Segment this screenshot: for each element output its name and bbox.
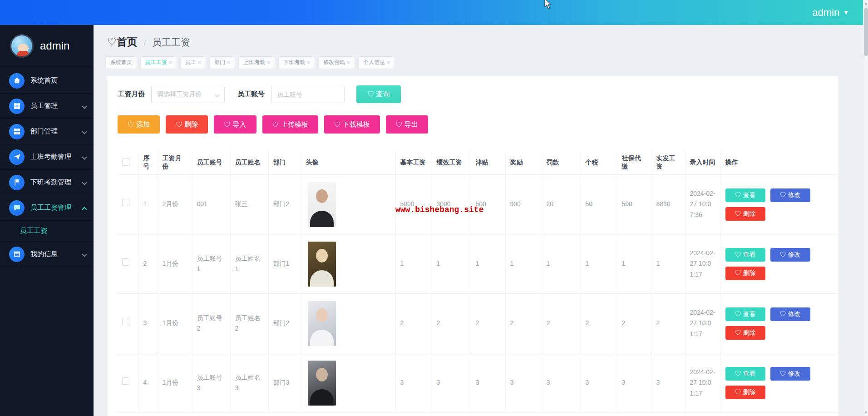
chevron-down-icon (82, 252, 87, 257)
breadcrumb: ♡首页 / 员工工资 (94, 25, 863, 49)
tab[interactable]: 修改密码 × (318, 56, 355, 69)
close-icon[interactable]: × (227, 59, 230, 66)
edit-button[interactable]: ♡ 修改 (770, 188, 810, 202)
close-icon[interactable]: × (387, 59, 390, 66)
row-checkbox[interactable] (122, 199, 129, 206)
sidebar-menu: 系统首页 员工管理 部门管理 上班考勤管理 下班考勤管理 员工工资管理 员工工资… (0, 68, 94, 267)
cell-allowance: 1 (471, 234, 505, 294)
tab[interactable]: 下班考勤 × (278, 56, 315, 69)
delete-button[interactable]: ♡ 删除 (725, 207, 765, 221)
cell-social: 2 (617, 294, 651, 353)
column-header: 罚款 (542, 151, 581, 175)
close-icon[interactable]: × (267, 59, 270, 66)
breadcrumb-home[interactable]: ♡首页 (107, 35, 138, 49)
flag-icon (9, 175, 25, 190)
cell-name: 张三 (230, 175, 268, 234)
row-checkbox[interactable] (122, 258, 129, 266)
salary-month-select[interactable]: 请选择工资月份 (151, 86, 225, 103)
cell-bonus: 2 (505, 294, 542, 353)
column-header: 录入时间 (685, 151, 720, 175)
tab[interactable]: 上班考勤 × (238, 56, 275, 69)
view-button[interactable]: ♡ 查看 (725, 248, 765, 262)
heart-icon: ♡ (367, 90, 374, 98)
cell-account: 001 (192, 175, 230, 234)
column-header: 头像 (301, 151, 395, 175)
edit-button[interactable]: ♡ 修改 (770, 367, 810, 381)
chevron-down-icon (215, 92, 220, 97)
delete-button[interactable]: ♡ 删除 (725, 326, 765, 340)
grid-icon (9, 99, 25, 114)
cell-base: 5000 (395, 175, 432, 234)
close-icon[interactable]: × (307, 59, 310, 66)
edit-button[interactable]: ♡ 修改 (770, 248, 810, 262)
cell-month: 1月份 (158, 353, 192, 413)
sidebar: admin 系统首页 员工管理 部门管理 上班考勤管理 下班考勤管理 员工工资管… (0, 25, 94, 416)
cell-name: 员工姓名2 (230, 294, 268, 353)
sidebar-item[interactable]: 员工工资管理 (0, 195, 94, 221)
chevron-down-icon (82, 129, 87, 134)
tab[interactable]: 部门 × (209, 56, 235, 69)
cell-month: 1月份 (158, 234, 192, 294)
scroll-down-icon[interactable]: ▼ (863, 411, 868, 415)
toolbar-button[interactable]: ♡ 上传模板 (262, 115, 318, 134)
search-button[interactable]: ♡ 查询 (356, 85, 401, 103)
toolbar-button[interactable]: ♡ 导入 (214, 115, 256, 134)
cell-fine: 2 (542, 294, 581, 353)
delete-button[interactable]: ♡ 删除 (725, 386, 765, 399)
view-button[interactable]: ♡ 查看 (725, 307, 765, 321)
cell-base: 1 (395, 234, 432, 294)
page-title: 员工工资 (152, 36, 190, 49)
cell-net: 2 (651, 294, 685, 353)
cell-time: 2024-02-27 10:01:17 (685, 353, 720, 413)
chevron-down-icon (82, 104, 87, 109)
main-content: ♡首页 / 员工工资 系统首页 员工工资 × 员工 × 部门 × 上班考勤 × … (94, 25, 863, 416)
toolbar-button[interactable]: ♡ 删除 (166, 115, 208, 134)
close-icon[interactable]: × (198, 59, 201, 66)
breadcrumb-separator-icon: / (144, 39, 146, 47)
cell-month: 1月份 (158, 294, 192, 353)
tab[interactable]: 个人信息 × (358, 56, 395, 69)
scrollbar-thumb[interactable] (864, 8, 868, 56)
scroll-up-icon[interactable]: ▲ (863, 1, 868, 5)
sidebar-item[interactable]: 我的信息 (0, 242, 94, 267)
column-header: 员工姓名 (230, 151, 268, 175)
cell-net: 1 (651, 234, 685, 294)
close-icon[interactable]: × (347, 59, 350, 66)
page-scrollbar[interactable]: ▲ ▼ (863, 0, 868, 416)
close-icon[interactable]: × (169, 59, 172, 66)
tab[interactable]: 员工 × (180, 56, 206, 69)
cell-time: 2024-02-27 10:07:36 (685, 175, 720, 234)
view-button[interactable]: ♡ 查看 (725, 188, 765, 202)
select-all-checkbox[interactable] (122, 158, 129, 166)
sidebar-item[interactable]: 员工管理 (0, 94, 94, 119)
cell-seq: 3 (138, 294, 158, 353)
account-input[interactable] (277, 91, 339, 98)
cell-time: 2024-02-27 10:01:17 (685, 294, 720, 353)
sidebar-item[interactable]: 下班考勤管理 (0, 170, 94, 195)
sidebar-item[interactable]: 上班考勤管理 (0, 144, 94, 170)
user-menu[interactable]: admin ▼ (812, 0, 849, 25)
delete-button[interactable]: ♡ 删除 (725, 267, 765, 280)
view-button[interactable]: ♡ 查看 (725, 367, 765, 381)
chevron-up-icon (82, 207, 87, 212)
content-card: 工资月份 请选择工资月份 员工账号 ♡ 查询 ♡ 添加♡ 删除♡ 导入♡ 上传模… (107, 76, 838, 416)
sidebar-subitem[interactable]: 员工工资 (0, 221, 94, 242)
row-checkbox[interactable] (122, 318, 129, 325)
toolbar-button[interactable]: ♡ 下载模板 (324, 115, 380, 134)
cell-tax: 50 (581, 175, 617, 234)
sidebar-item[interactable]: 系统首页 (0, 68, 94, 94)
cell-dept: 部门3 (268, 353, 301, 413)
tab[interactable]: 员工工资 × (140, 56, 177, 69)
edit-button[interactable]: ♡ 修改 (770, 307, 810, 321)
sidebar-item[interactable]: 部门管理 (0, 119, 94, 144)
cell-base: 3 (395, 353, 432, 413)
cell-fine: 3 (542, 353, 581, 413)
grid-icon (9, 124, 25, 139)
toolbar-button[interactable]: ♡ 添加 (118, 115, 160, 134)
row-checkbox[interactable] (122, 377, 129, 385)
tab[interactable]: 系统首页 (105, 56, 137, 69)
cell-month: 2月份 (158, 175, 192, 234)
toolbar-button[interactable]: ♡ 导出 (386, 115, 428, 134)
salary-month-label: 工资月份 (118, 90, 145, 99)
cell-tax: 1 (581, 234, 617, 294)
